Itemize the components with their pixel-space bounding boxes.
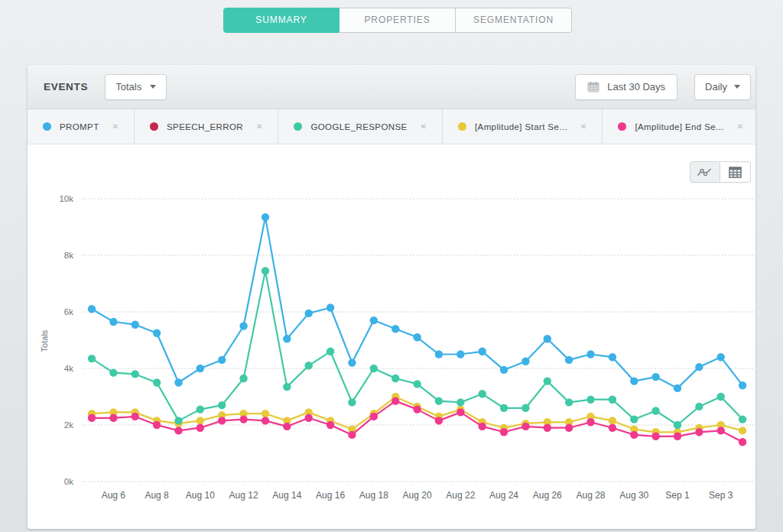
data-point[interactable] [565,424,573,432]
data-point[interactable] [435,417,443,424]
data-point[interactable] [435,397,443,404]
event-pill-3[interactable]: [Amplitude] Start Se...✕ [443,109,603,144]
data-point[interactable] [132,370,139,378]
data-point[interactable] [674,433,681,440]
data-point[interactable] [174,378,182,386]
data-point[interactable] [218,356,226,364]
data-point[interactable] [109,414,117,422]
data-point[interactable] [630,431,638,439]
data-point[interactable] [239,322,247,329]
data-point[interactable] [413,405,421,413]
data-point[interactable] [630,377,638,384]
tab-properties[interactable]: PROPERTIES [340,8,456,33]
data-point[interactable] [109,368,117,376]
data-point[interactable] [132,321,139,329]
data-point[interactable] [348,358,356,366]
data-point[interactable] [521,404,529,412]
data-point[interactable] [283,423,291,430]
data-point[interactable] [651,433,659,440]
data-point[interactable] [262,410,269,417]
data-point[interactable] [500,366,508,374]
remove-event-icon[interactable]: ✕ [580,122,586,131]
granularity-dropdown[interactable]: Daily [694,74,751,100]
data-point[interactable] [674,421,681,429]
data-point[interactable] [218,417,226,424]
data-point[interactable] [674,384,681,392]
data-point[interactable] [717,353,725,361]
event-pill-2[interactable]: GOOGLE_RESPONSE✕ [278,109,443,144]
data-point[interactable] [153,378,161,386]
data-point[interactable] [586,418,594,426]
data-point[interactable] [392,397,399,404]
data-point[interactable] [413,333,421,341]
data-point[interactable] [609,424,616,432]
data-point[interactable] [283,383,291,391]
line-chart-view-button[interactable] [690,161,720,183]
data-point[interactable] [197,365,204,372]
event-pill-0[interactable]: PROMPT✕ [28,109,135,144]
data-point[interactable] [609,353,616,361]
data-point[interactable] [370,413,378,420]
event-pill-4[interactable]: [Amplitude] End Se...✕ [603,109,755,144]
tab-summary[interactable]: SUMMARY [223,8,340,33]
data-point[interactable] [348,431,356,439]
data-point[interactable] [651,373,659,381]
data-point[interactable] [153,329,161,337]
data-point[interactable] [435,350,443,358]
data-point[interactable] [174,427,182,434]
data-point[interactable] [695,403,703,410]
data-point[interactable] [479,390,486,397]
data-point[interactable] [500,428,508,436]
data-point[interactable] [544,335,551,342]
totals-dropdown[interactable]: Totals [105,74,167,100]
data-point[interactable] [586,396,594,404]
data-point[interactable] [262,267,269,274]
date-range-button[interactable]: Last 30 Days [575,74,677,100]
data-point[interactable] [630,415,638,423]
data-point[interactable] [565,356,573,364]
data-point[interactable] [327,303,334,311]
data-point[interactable] [456,408,464,416]
data-point[interactable] [262,213,269,221]
table-view-button[interactable] [720,161,751,183]
data-point[interactable] [413,380,421,388]
data-point[interactable] [695,428,703,436]
data-point[interactable] [348,398,356,406]
data-point[interactable] [88,355,96,362]
data-point[interactable] [174,417,182,424]
data-point[interactable] [88,414,96,422]
data-point[interactable] [456,398,464,406]
data-point[interactable] [88,305,96,313]
data-point[interactable] [262,417,269,424]
data-point[interactable] [305,310,313,317]
data-point[interactable] [479,348,486,355]
data-point[interactable] [521,358,529,365]
data-point[interactable] [197,417,204,424]
data-point[interactable] [283,335,291,342]
remove-event-icon[interactable]: ✕ [421,122,427,131]
tab-segmentation[interactable]: SEGMENTATION [456,8,572,33]
data-point[interactable] [565,398,573,406]
data-point[interactable] [521,423,529,430]
data-point[interactable] [327,348,334,355]
data-point[interactable] [739,438,746,446]
data-point[interactable] [392,325,399,332]
data-point[interactable] [392,375,399,382]
data-point[interactable] [370,316,378,324]
data-point[interactable] [109,318,117,326]
data-point[interactable] [197,405,204,413]
remove-event-icon[interactable]: ✕ [112,122,119,131]
data-point[interactable] [197,424,204,432]
data-point[interactable] [479,423,486,430]
data-point[interactable] [739,415,746,423]
data-point[interactable] [717,427,725,434]
data-point[interactable] [586,350,594,358]
data-point[interactable] [239,375,247,382]
data-point[interactable] [651,407,659,414]
data-point[interactable] [239,415,247,423]
data-point[interactable] [695,363,703,371]
data-point[interactable] [739,427,746,434]
data-point[interactable] [609,417,616,424]
data-point[interactable] [456,350,464,358]
data-point[interactable] [327,421,334,429]
